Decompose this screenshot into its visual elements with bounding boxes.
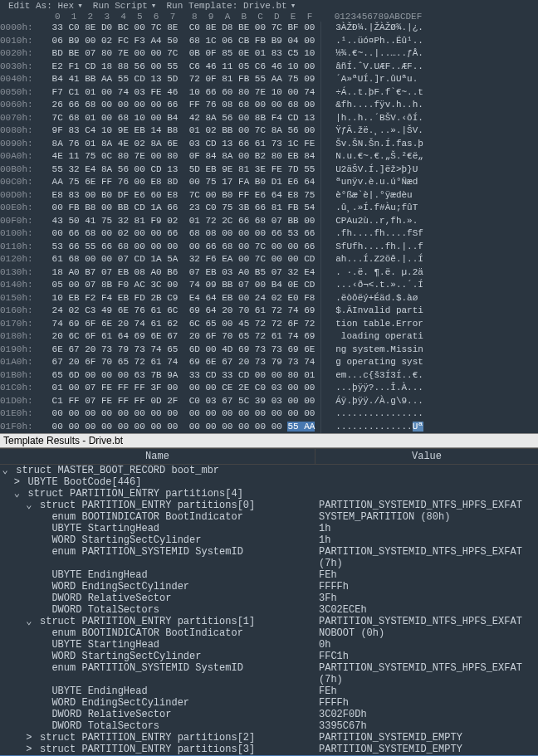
tree-row[interactable]: > UBYTE BootCode[446] <box>0 476 538 488</box>
hex-row[interactable]: 0000h: 33 C0 8E D0 BC 00 7C 8E C0 8E D8 … <box>0 22 538 35</box>
hex-row[interactable]: 0150h: 10 EB F2 F4 EB FD 2B C9 E4 64 EB … <box>0 292 538 305</box>
hex-row[interactable]: 0160h: 24 02 C3 49 6E 76 61 6C 69 64 20 … <box>0 305 538 318</box>
tree-value: NOBOOT (0h) <box>315 627 538 639</box>
tree-header: Name Value <box>0 448 538 465</box>
tree-row[interactable]: ⌄ struct PARTITION_ENTRY partitions[4] <box>0 488 538 500</box>
tree-value: PARTITION_SYSTEMID_NTFS_HPFS_EXFAT <box>315 616 538 627</box>
tree-row[interactable]: UBYTE StartingHead1h <box>0 523 538 534</box>
hex-editor[interactable]: 0000h: 33 C0 8E D0 BC 00 7C 8E C0 8E D8 … <box>0 22 538 433</box>
hex-row[interactable]: 0080h: 9F 83 C4 10 9E EB 14 B8 01 02 BB … <box>0 124 538 138</box>
hex-row[interactable]: 0090h: 8A 76 01 8A 4E 02 8A 6E 03 CD 13 … <box>0 138 538 151</box>
expand-icon <box>36 593 46 604</box>
tree-row[interactable]: enum BOOTINDICATOR BootIndicatorNOBOOT (… <box>0 627 538 639</box>
tree-row[interactable]: DWORD RelativeSector3C02F0Dh <box>0 709 538 720</box>
tree-value <box>315 476 538 488</box>
hex-row[interactable]: 00A0h: 4E 11 75 0C 80 7E 00 80 0F 84 8A … <box>0 150 538 163</box>
template-results-title: Template Results - Drive.bt <box>0 433 538 448</box>
hex-row[interactable]: 0140h: 05 00 07 8B F0 AC 3C 00 74 09 BB … <box>0 279 538 292</box>
tree-row[interactable]: ⌄ struct MASTER_BOOT_RECORD boot_mbr <box>0 465 538 476</box>
hex-row[interactable]: 01F0h: 00 00 00 00 00 00 00 00 00 00 00 … <box>0 421 538 434</box>
hex-row[interactable]: 00C0h: AA 75 6E FF 76 00 E8 8D 00 75 17 … <box>0 176 538 189</box>
hex-row[interactable]: 01A0h: 67 20 6F 70 65 72 61 74 69 6E 67 … <box>0 356 538 369</box>
tree-row[interactable]: DWORD TotalSectors3395C67h <box>0 720 538 732</box>
tree-row[interactable]: DWORD RelativeSector3Fh <box>0 593 538 604</box>
tree-row[interactable]: ⌄ struct PARTITION_ENTRY partitions[1]PA… <box>0 616 538 627</box>
hex-row[interactable]: 01C0h: 01 00 07 FE FF FF 3F 00 00 00 CE … <box>0 382 538 395</box>
expand-icon <box>36 604 46 616</box>
expand-icon <box>36 709 46 720</box>
tree-value: 3C02ECEh <box>315 604 538 616</box>
hex-row[interactable]: 0040h: B4 41 BB AA 55 CD 13 5D 72 0F 81 … <box>0 73 538 86</box>
hex-row[interactable]: 0060h: 26 66 68 00 00 00 00 66 FF 76 08 … <box>0 99 538 112</box>
hex-row[interactable]: 0180h: 20 6C 6F 61 64 69 6E 67 20 6F 70 … <box>0 330 538 344</box>
tree-value: FEh <box>315 569 538 581</box>
tree-row[interactable]: ⌄ struct PARTITION_ENTRY partitions[0]PA… <box>0 500 538 511</box>
hex-row[interactable]: 0020h: BD BE 07 80 7E 00 00 7C 0B 0F 85 … <box>0 47 538 61</box>
menu-runscript[interactable]: Run Script▾ <box>88 0 162 12</box>
tree-value: FEh <box>315 685 538 697</box>
expand-icon[interactable]: ⌄ <box>0 465 10 476</box>
tree-row[interactable]: > struct PARTITION_ENTRY partitions[3]PA… <box>0 744 538 755</box>
tree-row[interactable]: enum BOOTINDICATOR BootIndicatorSYSTEM_P… <box>0 511 538 523</box>
tree-row[interactable]: WORD EndingSectCylinderFFFFh <box>0 581 538 593</box>
menu-editas[interactable]: Edit As: Hex▾ <box>3 0 88 12</box>
expand-icon[interactable]: ⌄ <box>24 500 34 511</box>
hex-row[interactable]: 00B0h: 55 32 E4 8A 56 00 CD 13 5D EB 9E … <box>0 163 538 177</box>
hex-row[interactable]: 0010h: 06 B9 00 02 FC F3 A4 50 68 1C 06 … <box>0 35 538 48</box>
tree-value <box>315 465 538 476</box>
expand-icon <box>36 720 46 732</box>
menu-runtemplate[interactable]: Run Template: Drive.bt▾ <box>161 0 301 12</box>
expand-icon[interactable]: > <box>12 476 22 488</box>
tree-value: 1h <box>315 523 538 534</box>
tree-value: 3Fh <box>315 593 538 604</box>
tree-row[interactable]: WORD EndingSectCylinderFFFFh <box>0 697 538 709</box>
tree-row[interactable]: WORD StartingSectCylinder1h <box>0 534 538 546</box>
expand-icon[interactable]: ⌄ <box>24 616 34 627</box>
hex-row[interactable]: 0130h: 18 A0 B7 07 EB 08 A0 B6 07 EB 03 … <box>0 266 538 280</box>
expand-icon[interactable]: ⌄ <box>12 488 22 500</box>
tree-value: PARTITION_SYSTEMID_NTFS_HPFS_EXFAT <box>315 500 538 511</box>
hex-row[interactable]: 01B0h: 65 6D 00 00 00 63 7B 9A 33 CD 33 … <box>0 369 538 383</box>
expand-icon <box>36 662 46 674</box>
tree-value: PARTITION_SYSTEMID_EMPTY <box>315 732 538 744</box>
expand-icon[interactable]: > <box>24 744 34 755</box>
hex-row[interactable]: 01E0h: 00 00 00 00 00 00 00 00 00 00 00 … <box>0 407 538 421</box>
expand-icon <box>36 569 46 581</box>
tree-row[interactable]: UBYTE StartingHead0h <box>0 639 538 651</box>
tree-value: FFC1h <box>315 651 538 662</box>
hex-row[interactable]: 00E0h: 00 FB B8 00 BB CD 1A 66 23 C0 75 … <box>0 202 538 215</box>
tree-value: PARTITION_SYSTEMID_NTFS_HPFS_EXFAT (7h) <box>315 546 538 569</box>
hex-row[interactable]: 01D0h: C1 FF 07 FE FF FF 0D 2F C0 03 67 … <box>0 395 538 408</box>
tree-row[interactable]: WORD StartingSectCylinderFFC1h <box>0 651 538 662</box>
tree-value: PARTITION_SYSTEMID_EMPTY <box>315 744 538 755</box>
hex-row[interactable]: 0110h: 53 66 55 66 68 00 00 00 00 66 68 … <box>0 241 538 254</box>
hex-row[interactable]: 0190h: 6E 67 20 73 79 73 74 65 6D 00 4D … <box>0 344 538 357</box>
hex-row[interactable]: 00F0h: 43 50 41 75 32 81 F9 02 01 72 2C … <box>0 215 538 228</box>
hex-row[interactable]: 0100h: 00 66 68 00 02 00 00 66 68 08 00 … <box>0 227 538 241</box>
hex-row[interactable]: 0170h: 74 69 6F 6E 20 74 61 62 6C 65 00 … <box>0 318 538 331</box>
hex-row[interactable]: 0120h: 61 68 00 00 07 CD 1A 5A 32 F6 EA … <box>0 253 538 266</box>
expand-icon <box>36 534 46 546</box>
tree-row[interactable]: UBYTE EndingHeadFEh <box>0 685 538 697</box>
expand-icon <box>36 581 46 593</box>
hex-row[interactable]: 0070h: 7C 68 01 00 68 10 00 B4 42 8A 56 … <box>0 112 538 125</box>
expand-icon <box>36 651 46 662</box>
tree-col-name[interactable]: Name <box>0 449 315 464</box>
tree-body: ⌄ struct MASTER_BOOT_RECORD boot_mbr > U… <box>0 465 538 756</box>
expand-icon <box>36 639 46 651</box>
tree-row[interactable]: enum PARTITION_SYSTEMID SystemIDPARTITIO… <box>0 662 538 685</box>
hex-row[interactable]: 00D0h: E8 83 00 B0 DF E6 60 E8 7C 00 B0 … <box>0 189 538 202</box>
expand-icon <box>36 697 46 709</box>
expand-icon <box>36 511 46 523</box>
tree-col-value[interactable]: Value <box>315 449 538 464</box>
tree-row[interactable]: enum PARTITION_SYSTEMID SystemIDPARTITIO… <box>0 546 538 569</box>
tree-row[interactable]: UBYTE EndingHeadFEh <box>0 569 538 581</box>
hex-row[interactable]: 0030h: E2 F1 CD 18 88 56 00 55 C6 46 11 … <box>0 61 538 74</box>
tree-value: 1h <box>315 534 538 546</box>
tree-row[interactable]: DWORD TotalSectors3C02ECEh <box>0 604 538 616</box>
tree-row[interactable]: > struct PARTITION_ENTRY partitions[2]PA… <box>0 732 538 744</box>
tree-value: 0h <box>315 639 538 651</box>
expand-icon <box>36 627 46 639</box>
expand-icon[interactable]: > <box>24 732 34 744</box>
hex-row[interactable]: 0050h: F7 C1 01 00 74 03 FE 46 10 66 60 … <box>0 86 538 100</box>
